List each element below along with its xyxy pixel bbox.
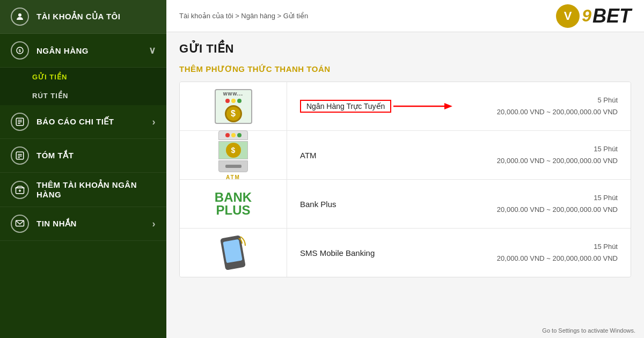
sidebar-label: BÁO CÁO CHI TIẾT [36, 117, 114, 127]
windows-activate-notice: Go to Settings to activate Windows. [542, 327, 635, 334]
message-icon [11, 215, 29, 233]
online-bank-range: 20,000.00 VND ~ 200,000,000.00 VND [497, 106, 618, 118]
svg-text:$: $ [19, 48, 21, 53]
online-bank-label: Ngân Hàng Trực Tuyến [300, 100, 391, 113]
logo-bet: BET [592, 6, 631, 26]
label-arrow-container: Ngân Hàng Trực Tuyến [300, 100, 391, 113]
content-area: GỬI TIỀN THÊM PHƯƠNG THỨC THANH TOÁN www… [166, 32, 644, 338]
sidebar-item-bao-cao[interactable]: BÁO CÁO CHI TIẾT › [0, 105, 166, 139]
page-title: GỬI TIỀN [179, 42, 631, 56]
sidebar-label: TÓM TẮT [36, 151, 74, 160]
sidebar-item-ngan-hang[interactable]: $ NGÂN HÀNG ∨ [0, 34, 166, 68]
summary-icon [11, 146, 29, 165]
breadcrumb: Tài khoản của tôi > Ngân hàng > Gửi tiền [179, 12, 308, 20]
atm-meta: 15 Phút 20,000.00 VND ~ 200,000,000.00 V… [484, 143, 631, 167]
sms-icon-cell [180, 229, 287, 277]
sidebar-item-tom-tat[interactable]: TÓM TẮT [0, 139, 166, 173]
bank-plus-meta: 15 Phút 20,000.00 VND ~ 200,000,000.00 V… [484, 192, 631, 216]
section-title: THÊM PHƯƠNG THỨC THANH TOÁN [179, 64, 631, 74]
logo-v9-circle: V [556, 4, 580, 28]
bank-plus-range: 20,000.00 VND ~ 200,000,000.00 VND [497, 204, 618, 216]
atm-icon: $ ATM [218, 130, 248, 180]
sidebar-label: TIN NHẮN [36, 219, 77, 229]
main-content: Tài khoản của tôi > Ngân hàng > Gửi tiền… [166, 0, 644, 338]
atm-range: 20,000.00 VND ~ 200,000,000.00 VND [497, 155, 618, 167]
sidebar-item-tai-khoan[interactable]: TÀI KHOẢN CỦA TÔI [0, 0, 166, 34]
bank-plus-time: 15 Phút [497, 192, 618, 204]
sms-label: SMS Mobile Banking [287, 248, 484, 258]
atm-time: 15 Phút [497, 143, 618, 155]
sidebar-label: NGÂN HÀNG [36, 46, 89, 55]
red-arrow-icon [393, 101, 452, 112]
payment-row-atm[interactable]: $ ATM ATM 15 Phút 20,000.00 VND ~ 200,00… [180, 131, 631, 180]
phone-svg [218, 234, 248, 271]
sidebar-label: THÊM TÀI KHOẢN NGÂN HÀNG [36, 180, 156, 199]
sidebar-sub-menu: GỬI TIỀN RÚT TIỀN [0, 68, 166, 105]
bank-plus-icon-cell: BANK PLUS [180, 180, 287, 228]
sms-meta: 15 Phút 20,000.00 VND ~ 200,000,000.00 V… [484, 241, 631, 264]
payment-methods-list: www... $ Ngân Hàng Trực Tuyến [179, 82, 631, 277]
logo-v: V [564, 9, 572, 23]
online-bank-label-cell: Ngân Hàng Trực Tuyến [287, 100, 484, 113]
sms-range: 20,000.00 VND ~ 200,000,000.00 VND [497, 253, 618, 264]
chevron-down-icon: ∨ [149, 45, 156, 56]
logo-9: 9 [582, 6, 591, 26]
svg-point-0 [18, 13, 21, 17]
sms-icon [218, 234, 248, 271]
online-bank-icon-cell: www... $ [180, 82, 287, 130]
sidebar-item-tin-nhan[interactable]: TIN NHẮN › [0, 207, 166, 241]
report-icon [11, 113, 29, 131]
svg-marker-16 [444, 103, 452, 109]
payment-row-sms[interactable]: SMS Mobile Banking 15 Phút 20,000.00 VND… [180, 229, 631, 277]
sidebar-sub-gui-tien[interactable]: GỬI TIỀN [0, 68, 166, 86]
bank-plus-icon: BANK PLUS [215, 191, 252, 217]
atm-icon-cell: $ ATM [180, 131, 287, 179]
chevron-right-icon: › [152, 116, 156, 128]
online-bank-time: 5 Phút [497, 94, 618, 106]
bank-plus-label: Bank Plus [287, 200, 484, 209]
add-bank-icon [11, 181, 29, 199]
sidebar-sub-rut-tien[interactable]: RÚT TIỀN [0, 86, 166, 105]
chevron-right-icon: › [152, 218, 156, 230]
sms-time: 15 Phút [497, 241, 618, 253]
user-icon [11, 8, 29, 26]
payment-row-online-bank[interactable]: www... $ Ngân Hàng Trực Tuyến [180, 82, 631, 131]
logo: V 9 BET [556, 4, 631, 28]
sidebar: TÀI KHOẢN CỦA TÔI $ NGÂN HÀNG ∨ GỬI TIỀN… [0, 0, 166, 338]
sidebar-item-them-tk[interactable]: THÊM TÀI KHOẢN NGÂN HÀNG [0, 173, 166, 207]
sidebar-label: TÀI KHOẢN CỦA TÔI [36, 12, 120, 21]
online-bank-meta: 5 Phút 20,000.00 VND ~ 200,000,000.00 VN… [484, 94, 631, 118]
bank-icon: $ [11, 41, 29, 60]
payment-row-bank-plus[interactable]: BANK PLUS Bank Plus 15 Phút 20,000.00 VN… [180, 180, 631, 229]
online-bank-icon: www... $ [215, 89, 252, 124]
header: Tài khoản của tôi > Ngân hàng > Gửi tiền… [166, 0, 644, 32]
atm-label: ATM [287, 151, 484, 160]
